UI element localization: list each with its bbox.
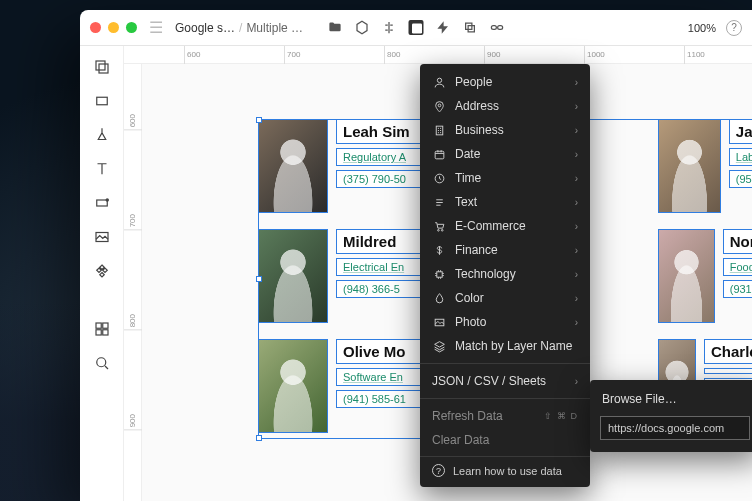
chevron-right-icon: ›	[575, 293, 578, 304]
calendar-icon	[432, 148, 446, 161]
layers-icon	[432, 340, 446, 353]
clock-icon	[432, 172, 446, 185]
json-submenu: Browse File… https://docs.google.com	[590, 380, 752, 452]
menu-item-json-csv[interactable]: JSON / CSV / Sheets›	[420, 369, 590, 393]
chevron-right-icon: ›	[575, 149, 578, 160]
menu-item-date[interactable]: Date›	[420, 142, 590, 166]
zoom-level[interactable]: 100%	[688, 22, 716, 34]
align-icon[interactable]	[382, 20, 397, 35]
svg-rect-7	[96, 97, 107, 105]
menu-item-color[interactable]: Color›	[420, 286, 590, 310]
text-icon	[432, 196, 446, 209]
text-tool-icon[interactable]	[93, 160, 111, 178]
svg-rect-5	[96, 61, 105, 70]
component-icon[interactable]	[93, 262, 111, 280]
data-menu: People› Address› Business› Date› Time› T…	[420, 64, 590, 487]
resize-handle[interactable]	[256, 276, 262, 282]
menu-item-technology[interactable]: Technology›	[420, 262, 590, 286]
person-icon	[432, 76, 446, 89]
svg-point-16	[437, 78, 441, 82]
menu-item-people[interactable]: People›	[420, 70, 590, 94]
drop-icon	[432, 292, 446, 305]
svg-rect-3	[491, 26, 496, 30]
grid-icon[interactable]	[93, 320, 111, 338]
building-icon	[432, 124, 446, 137]
frame-tool-icon[interactable]	[93, 194, 111, 212]
menu-item-address[interactable]: Address›	[420, 94, 590, 118]
breadcrumb-doc[interactable]: Google s…	[175, 21, 235, 35]
stack-icon[interactable]	[463, 20, 478, 35]
svg-rect-0	[412, 24, 422, 34]
hexagon-icon[interactable]	[355, 20, 370, 35]
svg-point-22	[441, 229, 443, 231]
dollar-icon	[432, 244, 446, 257]
breadcrumb-page[interactable]: Multiple …	[246, 21, 303, 35]
chevron-right-icon: ›	[575, 376, 578, 387]
pen-tool-icon[interactable]	[93, 126, 111, 144]
menu-item-match-layer[interactable]: Match by Layer Name	[420, 334, 590, 358]
menu-footer-learn[interactable]: ? Learn how to use data	[420, 456, 590, 481]
data-icon[interactable]	[409, 20, 424, 35]
minimize-icon[interactable]	[108, 22, 119, 33]
menu-item-time[interactable]: Time›	[420, 166, 590, 190]
menu-item-ecommerce[interactable]: E-Commerce›	[420, 214, 590, 238]
ruler-horizontal: 600 700 800 900 1000 1100	[124, 46, 752, 64]
resize-handle[interactable]	[256, 117, 262, 123]
sidebar-toggle-icon[interactable]: ☰	[149, 18, 163, 37]
svg-point-21	[437, 229, 439, 231]
ruler-tick: 900	[484, 46, 500, 64]
chevron-right-icon: ›	[575, 221, 578, 232]
menu-item-text[interactable]: Text›	[420, 190, 590, 214]
chevron-right-icon: ›	[575, 245, 578, 256]
maximize-icon[interactable]	[126, 22, 137, 33]
chevron-right-icon: ›	[575, 101, 578, 112]
ruler-tick: 800	[124, 314, 142, 330]
titlebar: ☰ Google s… / Multiple … 100% ?	[80, 10, 752, 46]
ruler-tick: 1100	[684, 46, 705, 64]
ruler-vertical: 600 700 800 900	[124, 64, 142, 501]
svg-rect-14	[102, 330, 107, 335]
ruler-tick: 600	[124, 114, 142, 130]
submenu-browse-file[interactable]: Browse File…	[590, 386, 752, 412]
chevron-right-icon: ›	[575, 317, 578, 328]
svg-rect-8	[96, 200, 107, 206]
close-icon[interactable]	[90, 22, 101, 33]
toolbar-center	[328, 20, 505, 35]
shortcut-label: ⇧ ⌘ D	[544, 411, 578, 421]
help-icon: ?	[432, 464, 445, 477]
cart-icon	[432, 220, 446, 233]
url-input[interactable]: https://docs.google.com	[600, 416, 750, 440]
resize-handle[interactable]	[256, 435, 262, 441]
svg-rect-6	[99, 64, 108, 73]
rect-tool-icon[interactable]	[93, 92, 111, 110]
layers-icon[interactable]	[93, 58, 111, 76]
image-tool-icon[interactable]	[93, 228, 111, 246]
menu-item-refresh[interactable]: Refresh Data⇧ ⌘ D	[420, 404, 590, 428]
svg-rect-19	[435, 151, 444, 159]
ruler-tick: 1000	[584, 46, 605, 64]
svg-rect-18	[436, 126, 443, 135]
image-icon	[432, 316, 446, 329]
menu-item-clear[interactable]: Clear Data	[420, 428, 590, 452]
svg-point-9	[106, 199, 108, 201]
menu-item-finance[interactable]: Finance›	[420, 238, 590, 262]
ruler-tick: 900	[124, 414, 142, 430]
search-icon[interactable]	[93, 354, 111, 372]
ruler-tick: 700	[124, 214, 142, 230]
menu-item-business[interactable]: Business›	[420, 118, 590, 142]
menu-item-photo[interactable]: Photo›	[420, 310, 590, 334]
svg-rect-13	[96, 330, 101, 335]
breadcrumb[interactable]: Google s… / Multiple …	[175, 21, 303, 35]
chevron-right-icon: ›	[575, 173, 578, 184]
svg-rect-12	[102, 323, 107, 328]
link-icon[interactable]	[490, 20, 505, 35]
bolt-icon[interactable]	[436, 20, 451, 35]
svg-rect-11	[96, 323, 101, 328]
help-icon[interactable]: ?	[726, 20, 742, 36]
chevron-right-icon: ›	[575, 197, 578, 208]
chevron-right-icon: ›	[575, 77, 578, 88]
pin-icon	[432, 100, 446, 113]
tool-rail	[80, 46, 124, 501]
folder-icon[interactable]	[328, 20, 343, 35]
chevron-right-icon: ›	[575, 269, 578, 280]
